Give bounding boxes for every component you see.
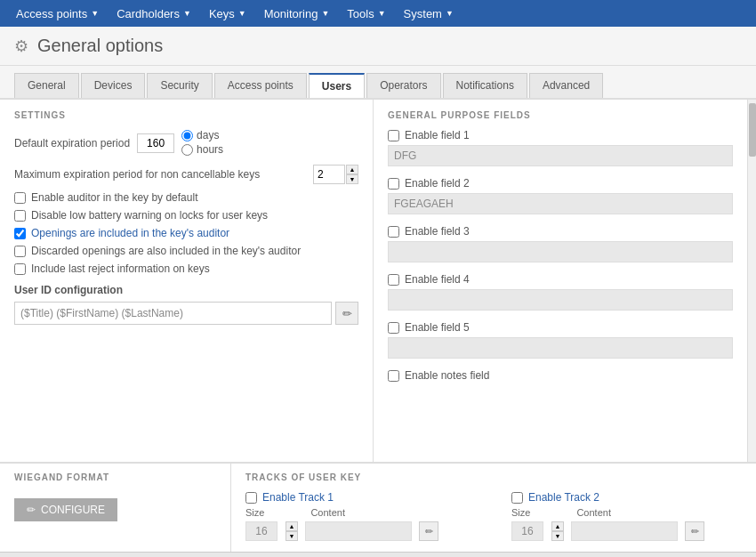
navbar: Access points ▼ Cardholders ▼ Keys ▼ Mon…	[0, 0, 756, 27]
nav-arrow: ▼	[321, 9, 329, 18]
enable-field-3-checkbox[interactable]	[388, 226, 399, 238]
nav-access-points[interactable]: Access points ▼	[7, 0, 108, 27]
checkbox-reject[interactable]	[14, 263, 26, 275]
checkbox-discarded-label: Discarded openings are also included in …	[31, 245, 301, 257]
panels-wrapper: SETTINGS Default expiration period days …	[0, 100, 756, 463]
enable-field-5-checkbox[interactable]	[388, 322, 399, 334]
field-block-3: Enable field 3	[388, 225, 733, 262]
checkbox-battery-label: Disable low battery warning on locks for…	[31, 209, 268, 222]
enable-field-5-label: Enable field 5	[405, 321, 470, 334]
track-1-size-input[interactable]	[245, 521, 277, 541]
spinner-buttons: ▲ ▼	[346, 165, 358, 184]
page-title: General options	[37, 36, 163, 56]
configure-label: CONFIGURE	[41, 504, 105, 516]
track-2-fields: ▲ ▼ ✏	[511, 521, 742, 541]
track-2-down[interactable]: ▼	[551, 531, 564, 541]
tab-devices[interactable]: Devices	[81, 73, 146, 98]
field-block-notes: Enable notes field	[388, 369, 733, 382]
track-2-size-label: Size	[511, 507, 530, 518]
spinner-down[interactable]: ▼	[346, 174, 358, 184]
nav-keys[interactable]: Keys ▼	[200, 0, 255, 27]
track-2-content-label: Content	[576, 507, 611, 518]
nav-cardholders[interactable]: Cardholders ▼	[108, 0, 200, 27]
checkbox-openings[interactable]	[14, 228, 26, 239]
gp-section-title: GENERAL PURPOSE FIELDS	[388, 110, 733, 120]
track-1-label: Enable Track 1	[262, 491, 334, 504]
checkbox-row-2: Disable low battery warning on locks for…	[14, 209, 358, 222]
radio-days-label[interactable]: days	[181, 129, 223, 141]
tab-users[interactable]: Users	[309, 73, 365, 98]
track-2-column: Enable Track 2 Size Content ▲ ▼ ✏	[511, 491, 742, 541]
footer: ↺ REFRESH ✓ SAVE	[0, 552, 756, 557]
tab-general[interactable]: General	[14, 73, 79, 98]
field-5-input[interactable]	[388, 337, 733, 359]
field-4-input[interactable]	[388, 289, 733, 311]
track-2-spinner: ▲ ▼	[551, 521, 564, 541]
nav-tools[interactable]: Tools ▼	[338, 0, 394, 27]
expiration-radio-group: days hours	[181, 129, 223, 157]
spinner-up[interactable]: ▲	[346, 165, 358, 174]
enable-field-4-checkbox[interactable]	[388, 274, 399, 286]
track-2-up[interactable]: ▲	[551, 521, 564, 531]
field-block-4: Enable field 4	[388, 273, 733, 311]
tabs-bar: General Devices Security Access points U…	[0, 66, 756, 100]
radio-hours[interactable]	[181, 144, 193, 156]
track-2-edit-button[interactable]: ✏	[685, 521, 704, 541]
content-wrapper: SETTINGS Default expiration period days …	[0, 100, 756, 552]
user-id-input[interactable]	[14, 302, 332, 325]
general-purpose-panel: GENERAL PURPOSE FIELDS Enable field 1 En…	[374, 100, 747, 462]
track-1-checkbox[interactable]	[245, 492, 257, 504]
tab-notifications[interactable]: Notifications	[443, 73, 527, 98]
track-1-content-input[interactable]	[305, 521, 412, 541]
checkbox-battery[interactable]	[14, 210, 26, 222]
expiration-label: Default expiration period	[14, 137, 130, 149]
checkbox-row-1: Enable auditor in the key by default	[14, 191, 358, 204]
track-1-content-label: Content	[310, 507, 345, 518]
max-expiration-input[interactable]	[313, 165, 345, 184]
enable-field-1-checkbox[interactable]	[388, 130, 399, 141]
max-expiration-label: Maximum expiration period for non cancel…	[14, 168, 306, 181]
checkbox-auditor[interactable]	[14, 192, 26, 204]
track-1-spinner: ▲ ▼	[286, 521, 298, 541]
enable-field-4-label: Enable field 4	[405, 273, 470, 286]
max-expiration-spinner: ▲ ▼	[313, 165, 358, 184]
field-1-input[interactable]	[388, 145, 733, 166]
scrollbar[interactable]	[747, 100, 756, 462]
track-2-content-input[interactable]	[571, 521, 678, 541]
track-1-edit-button[interactable]: ✏	[419, 521, 438, 541]
user-id-edit-button[interactable]: ✏	[335, 302, 358, 325]
nav-arrow: ▼	[238, 9, 246, 18]
tab-advanced[interactable]: Advanced	[529, 73, 603, 98]
track-2-size-input[interactable]	[511, 521, 543, 541]
radio-days[interactable]	[181, 130, 193, 141]
enable-notes-checkbox[interactable]	[388, 370, 399, 382]
enable-field-2-checkbox[interactable]	[388, 178, 399, 190]
expiration-input[interactable]	[137, 133, 174, 153]
radio-hours-label[interactable]: hours	[181, 143, 223, 156]
gear-icon: ⚙	[14, 36, 28, 56]
wiegand-title: WIEGAND FORMAT	[14, 472, 216, 482]
track-2-header: Size Content	[511, 507, 742, 518]
field-2-input[interactable]	[388, 193, 733, 214]
tracks-title: TRACKS OF USER KEY	[245, 472, 742, 482]
checkbox-row-5: Include last reject information on keys	[14, 262, 358, 275]
configure-button[interactable]: ✏ CONFIGURE	[14, 498, 117, 521]
tab-security[interactable]: Security	[147, 73, 212, 98]
wiegand-panel: WIEGAND FORMAT ✏ CONFIGURE	[0, 464, 231, 552]
tab-access-points[interactable]: Access points	[214, 73, 307, 98]
checkbox-reject-label: Include last reject information on keys	[31, 262, 210, 275]
enable-field-2-label: Enable field 2	[405, 177, 470, 190]
tab-operators[interactable]: Operators	[366, 73, 440, 98]
field-3-input[interactable]	[388, 241, 733, 262]
checkbox-auditor-label: Enable auditor in the key by default	[31, 191, 197, 204]
track-2-checkbox-row: Enable Track 2	[511, 491, 742, 504]
nav-system[interactable]: System ▼	[395, 0, 462, 27]
nav-monitoring[interactable]: Monitoring ▼	[255, 0, 339, 27]
nav-arrow: ▼	[446, 9, 454, 18]
field-2-checkbox-row: Enable field 2	[388, 177, 733, 190]
track-2-checkbox[interactable]	[511, 492, 523, 504]
scrollbar-thumb[interactable]	[749, 103, 756, 157]
track-1-up[interactable]: ▲	[286, 521, 298, 531]
track-1-down[interactable]: ▼	[286, 531, 298, 541]
checkbox-discarded[interactable]	[14, 246, 26, 257]
